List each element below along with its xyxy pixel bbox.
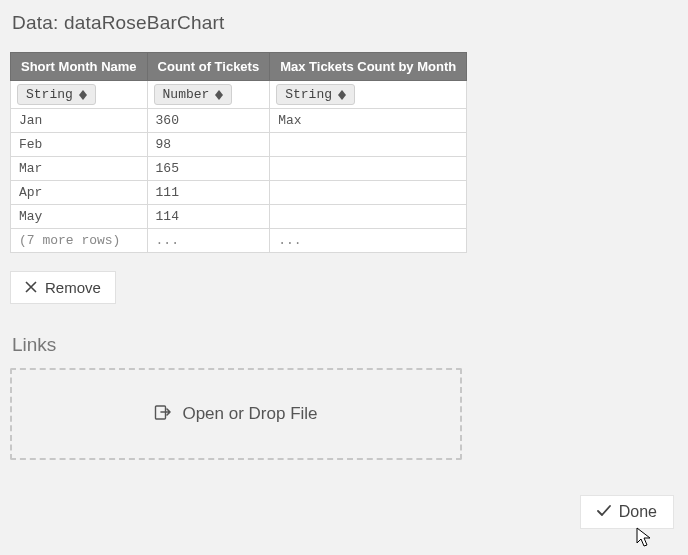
dropzone-label: Open or Drop File	[182, 404, 317, 424]
col-header-max[interactable]: Max Tickets Count by Month	[270, 53, 467, 81]
cell[interactable]: 98	[147, 133, 270, 157]
header-row: Short Month Name Count of Tickets Max Ti…	[11, 53, 467, 81]
type-row: String Number	[11, 81, 467, 109]
open-file-icon	[154, 403, 172, 426]
data-table: Short Month Name Count of Tickets Max Ti…	[10, 52, 467, 253]
cell[interactable]: Feb	[11, 133, 148, 157]
cell[interactable]: 114	[147, 205, 270, 229]
svg-marker-1	[79, 95, 87, 100]
title-prefix: Data:	[12, 12, 64, 33]
cell[interactable]: Mar	[11, 157, 148, 181]
cell[interactable]: 360	[147, 109, 270, 133]
cell[interactable]	[270, 181, 467, 205]
table-row[interactable]: May 114	[11, 205, 467, 229]
type-selector-month[interactable]: String	[17, 84, 96, 105]
check-icon	[597, 503, 611, 521]
cell[interactable]: Max	[270, 109, 467, 133]
close-icon	[25, 279, 37, 296]
table-row[interactable]: Apr 111	[11, 181, 467, 205]
type-label: Number	[163, 87, 210, 102]
type-selector-max[interactable]: String	[276, 84, 355, 105]
remove-label: Remove	[45, 279, 101, 296]
type-label: String	[285, 87, 332, 102]
cell[interactable]: Jan	[11, 109, 148, 133]
svg-marker-3	[215, 95, 223, 100]
table-row[interactable]: Mar 165	[11, 157, 467, 181]
cell[interactable]	[270, 133, 467, 157]
mouse-cursor-icon	[636, 527, 652, 553]
remove-button[interactable]: Remove	[10, 271, 116, 304]
cell[interactable]: 111	[147, 181, 270, 205]
table-row[interactable]: Feb 98	[11, 133, 467, 157]
cell[interactable]	[270, 205, 467, 229]
cell[interactable]: May	[11, 205, 148, 229]
col-header-count[interactable]: Count of Tickets	[147, 53, 270, 81]
file-dropzone[interactable]: Open or Drop File	[10, 368, 462, 460]
done-label: Done	[619, 503, 657, 521]
sort-icon	[338, 90, 346, 100]
cell[interactable]: ...	[147, 229, 270, 253]
type-selector-count[interactable]: Number	[154, 84, 233, 105]
cell[interactable]: ...	[270, 229, 467, 253]
type-label: String	[26, 87, 73, 102]
more-rows-indicator[interactable]: (7 more rows) ... ...	[11, 229, 467, 253]
sort-icon	[79, 90, 87, 100]
cell[interactable]: 165	[147, 157, 270, 181]
done-button[interactable]: Done	[580, 495, 674, 529]
sort-icon	[215, 90, 223, 100]
cell[interactable]: (7 more rows)	[11, 229, 148, 253]
cell[interactable]: Apr	[11, 181, 148, 205]
table-row[interactable]: Jan 360 Max	[11, 109, 467, 133]
svg-marker-5	[338, 95, 346, 100]
cell[interactable]	[270, 157, 467, 181]
links-heading: Links	[12, 334, 678, 356]
col-header-month[interactable]: Short Month Name	[11, 53, 148, 81]
title-name: dataRoseBarChart	[64, 12, 225, 33]
data-title: Data: dataRoseBarChart	[12, 12, 678, 34]
